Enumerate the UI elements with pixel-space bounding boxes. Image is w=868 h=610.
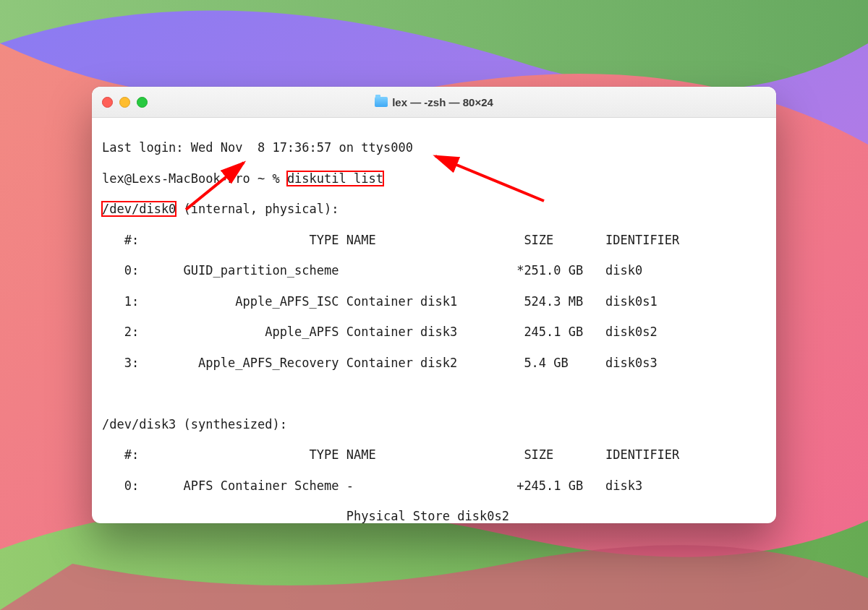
- disk0-row-2: 2: Apple_APFS Container disk3 245.1 GB d…: [102, 325, 766, 340]
- disk0-qualifier: (internal, physical):: [176, 202, 339, 216]
- traffic-lights: [102, 97, 148, 108]
- disk0-header: /dev/disk0 (internal, physical):: [102, 202, 766, 217]
- disk3-row-0: 0: APFS Container Scheme - +245.1 GB dis…: [102, 478, 766, 494]
- column-headers: #: TYPE NAME SIZE IDENTIFIER: [102, 233, 766, 248]
- disk0-row-0: 0: GUID_partition_scheme *251.0 GB disk0: [102, 263, 766, 278]
- terminal-output[interactable]: Last login: Wed Nov 8 17:36:57 on ttys00…: [92, 118, 776, 523]
- disk3-header: /dev/disk3 (synthesized):: [102, 417, 766, 432]
- disk0-row-3: 3: Apple_APFS_Recovery Container disk2 5…: [102, 356, 766, 371]
- disk3-physical-store: Physical Store disk0s2: [102, 509, 766, 523]
- close-button[interactable]: [102, 97, 113, 108]
- desktop-wallpaper: lex — -zsh — 80×24 Last login: Wed Nov 8…: [0, 0, 868, 610]
- shell-prompt: lex@Lexs-MacBook-Pro ~ %: [102, 171, 287, 186]
- window-titlebar[interactable]: lex — -zsh — 80×24: [92, 87, 776, 118]
- terminal-window[interactable]: lex — -zsh — 80×24 Last login: Wed Nov 8…: [92, 87, 776, 523]
- dev-disk0-highlight: /dev/disk0: [102, 202, 176, 216]
- last-login-line: Last login: Wed Nov 8 17:36:57 on ttys00…: [102, 140, 766, 155]
- zoom-button[interactable]: [137, 97, 148, 108]
- command-highlight: diskutil list: [287, 171, 383, 186]
- disk0-row-1: 1: Apple_APFS_ISC Container disk1 524.3 …: [102, 294, 766, 309]
- window-title: lex — -zsh — 80×24: [92, 96, 776, 108]
- minimize-button[interactable]: [119, 97, 130, 108]
- folder-icon: [375, 97, 388, 107]
- window-title-text: lex — -zsh — 80×24: [392, 96, 493, 108]
- column-headers-2: #: TYPE NAME SIZE IDENTIFIER: [102, 447, 766, 463]
- prompt-line-1: lex@Lexs-MacBook-Pro ~ % diskutil list: [102, 171, 766, 186]
- blank-line: [102, 386, 766, 401]
